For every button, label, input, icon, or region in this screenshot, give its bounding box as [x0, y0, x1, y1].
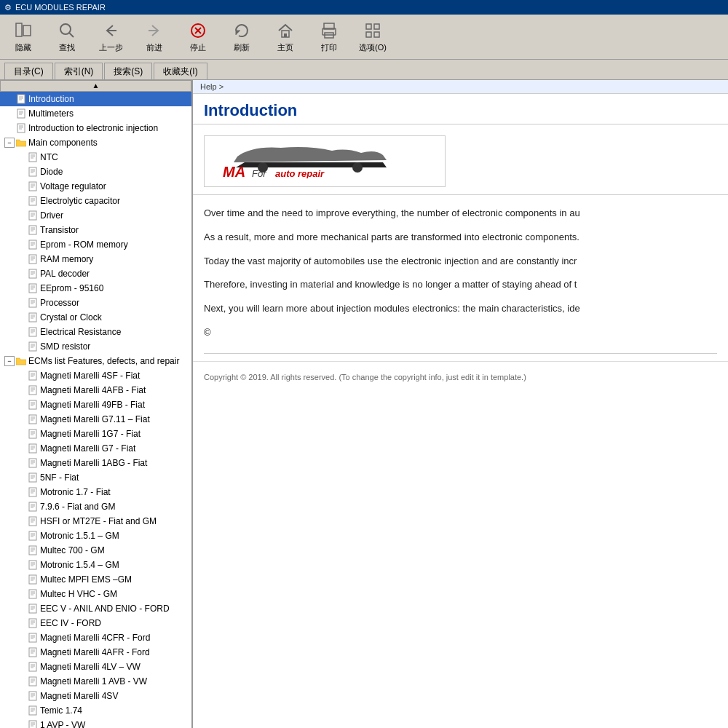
tree-label-mm-1avb-vw: Magneti Marelli 1 AVB - VW [40, 675, 147, 688]
doc-icon-mm-4lv-vw [28, 662, 38, 672]
doc-icon-multec-700-gm [28, 545, 38, 555]
svg-rect-17 [374, 32, 379, 37]
svg-rect-50 [29, 226, 36, 234]
tree-item-motronic-151-gm[interactable]: Motronic 1.5.1 – GM [0, 529, 191, 543]
tree-item-mm-4sv[interactable]: Magneti Marelli 4SV [0, 689, 191, 703]
tree-item-electrolytic[interactable]: Electrolytic capacitor [0, 194, 191, 208]
svg-line-3 [69, 33, 74, 37]
options-button[interactable]: 选项(O) [354, 18, 392, 56]
tab-toc[interactable]: 目录(C) [4, 63, 53, 79]
svg-rect-62 [29, 269, 36, 278]
tree-item-motronic-17[interactable]: Motronic 1.7 - Fiat [0, 485, 191, 499]
svg-rect-134 [29, 546, 36, 555]
tree-item-mm-4afb[interactable]: Magneti Marelli 4AFB - Fiat [0, 383, 191, 397]
refresh-button[interactable]: 刷新 [223, 18, 261, 56]
print-button[interactable]: 打印 [310, 18, 348, 56]
stop-button[interactable]: 停止 [179, 18, 217, 56]
doc-icon-mm-49fb [28, 400, 38, 410]
svg-rect-18 [17, 95, 25, 103]
tree-item-mm-4afr-ford[interactable]: Magneti Marelli 4AFR - Ford [0, 645, 191, 660]
svg-rect-16 [366, 32, 371, 37]
tree-item-eec-iv-ford[interactable]: EEC IV - FORD [0, 616, 191, 630]
tree-label-mm-4lv-vw: Magneti Marelli 4LV – VW [40, 660, 141, 673]
tree-item-multec-700-gm[interactable]: Multec 700 - GM [0, 543, 191, 558]
doc-icon-eec-v-ford [28, 604, 38, 614]
tree-item-mm-49fb[interactable]: Magneti Marelli 49FB - Fiat [0, 397, 191, 412]
tab-search[interactable]: 搜索(S) [104, 63, 152, 79]
sidebar-scroll-up[interactable]: ▲ [0, 80, 191, 92]
home-label: 主页 [277, 42, 293, 53]
tree-label-crystal-clock: Crystal or Clock [40, 311, 102, 324]
tab-favorites[interactable]: 收藏夹(I) [154, 63, 207, 79]
find-button[interactable]: 查找 [48, 18, 86, 56]
svg-rect-74 [29, 313, 36, 322]
doc-icon-mm-4sf [28, 371, 38, 381]
tree-label-multec-mpfi-gm: Multec MPFI EMS –GM [40, 573, 132, 586]
folder-icon-ecms-list [16, 356, 26, 366]
tree-item-processor[interactable]: Processor [0, 296, 191, 310]
tree-item-mm-4sf[interactable]: Magneti Marelli 4SF - Fiat [0, 368, 191, 383]
doc-icon-hsfi-mt27e [28, 516, 38, 526]
tree-item-driver[interactable]: Driver [0, 208, 191, 223]
tree-item-mm-1avb-vw[interactable]: Magneti Marelli 1 AVB - VW [0, 674, 191, 689]
tree-item-mm-g7[interactable]: Magneti Marelli G7 - Fiat [0, 441, 191, 456]
doc-icon-voltage-reg [28, 181, 38, 191]
expand-icon-ecms-list[interactable]: − [4, 356, 15, 366]
tree-label-main-components: Main components [28, 136, 98, 149]
tree-item-796-fiat-gm[interactable]: 7.9.6 - Fiat and GM [0, 499, 191, 514]
tab-index[interactable]: 索引(N) [55, 63, 103, 79]
tree-item-multec-mpfi-gm[interactable]: Multec MPFI EMS –GM [0, 572, 191, 587]
tree-item-mm-1g7[interactable]: Magneti Marelli 1G7 - Fiat [0, 427, 191, 441]
tree-label-motronic-17: Motronic 1.7 - Fiat [40, 486, 111, 499]
svg-text:auto repair: auto repair [275, 168, 325, 178]
home-button[interactable]: 主页 [266, 18, 304, 56]
tree-item-eprom-rom[interactable]: Eprom - ROM memory [0, 237, 191, 252]
tree-item-mm-4lv-vw[interactable]: Magneti Marelli 4LV – VW [0, 660, 191, 674]
tree-item-mm-1abg[interactable]: Magneti Marelli 1ABG - Fiat [0, 456, 191, 470]
tree-item-elec-resistance[interactable]: Electrical Resistance [0, 325, 191, 339]
content-area[interactable]: Help > Introduction MA For auto repair O… [193, 80, 728, 728]
tree-item-ram-memory[interactable]: RAM memory [0, 252, 191, 266]
tree-item-1avp-vw[interactable]: 1 AVP - VW [0, 718, 191, 728]
tree-item-intro-injection[interactable]: Introduction to electronic injection [0, 121, 191, 135]
tree-label-hsfi-mt27e: HSFI or MT27E - Fiat and GM [40, 515, 157, 528]
tree-item-multec-h-gm[interactable]: Multec H VHC - GM [0, 587, 191, 601]
tree-label-diode: Diode [40, 165, 63, 178]
expand-icon-main-components[interactable]: − [4, 138, 15, 148]
tree-item-5nf-fiat[interactable]: 5NF - Fiat [0, 470, 191, 485]
tree-item-eeprom-95160[interactable]: EEprom - 95160 [0, 281, 191, 296]
app-title: ECU MODULES REPAIR [15, 3, 106, 12]
doc-icon-multimeters [16, 108, 26, 119]
tree-item-ntc[interactable]: NTC [0, 150, 191, 165]
tree-item-mm-4cfr-ford[interactable]: Magneti Marelli 4CFR - Ford [0, 630, 191, 645]
tree-item-mm-g711[interactable]: Magneti Marelli G7.11 – Fiat [0, 412, 191, 427]
tree-item-eec-v-ford[interactable]: EEC V - ANIL AND ENIO - FORD [0, 601, 191, 616]
doc-icon-motronic-17 [28, 487, 38, 497]
tree-label-mm-4afb: Magneti Marelli 4AFB - Fiat [40, 384, 146, 397]
doc-icon-driver [28, 210, 38, 221]
tree-item-temic-174[interactable]: Temic 1.74 [0, 703, 191, 718]
options-icon [363, 20, 383, 41]
tree-item-motronic-154-gm[interactable]: Motronic 1.5.4 – GM [0, 558, 191, 572]
tree-label-eec-iv-ford: EEC IV - FORD [40, 617, 101, 630]
sidebar[interactable]: ▲ IntroductionMultimetersIntroduction to… [0, 80, 193, 728]
logo-box: MA For auto repair [204, 135, 446, 187]
back-button[interactable]: 上一步 [92, 18, 130, 56]
tree-item-hsfi-mt27e[interactable]: HSFI or MT27E - Fiat and GM [0, 514, 191, 529]
forward-button[interactable]: 前进 [135, 18, 173, 56]
tree-item-transistor[interactable]: Transistor [0, 223, 191, 237]
tree-label-temic-174: Temic 1.74 [40, 704, 82, 717]
tree-item-crystal-clock[interactable]: Crystal or Clock [0, 310, 191, 325]
svg-rect-42 [29, 197, 36, 205]
doc-icon-intro-injection [16, 123, 26, 133]
tree-item-main-components[interactable]: −Main components [0, 135, 191, 150]
tree-item-voltage-reg[interactable]: Voltage regulator [0, 179, 191, 194]
tree-item-diode[interactable]: Diode [0, 165, 191, 179]
hide-button[interactable]: 隐藏 [4, 18, 42, 56]
tree-item-introduction[interactable]: Introduction [0, 92, 191, 106]
tree-item-pal-decoder[interactable]: PAL decoder [0, 266, 191, 281]
content-para-4: Next, you will learn more about injectio… [204, 301, 717, 317]
tree-item-multimeters[interactable]: Multimeters [0, 106, 191, 121]
tree-item-smd-resistor[interactable]: SMD resistor [0, 339, 191, 354]
tree-item-ecms-list[interactable]: −ECMs list Features, defects, and repair [0, 354, 191, 368]
